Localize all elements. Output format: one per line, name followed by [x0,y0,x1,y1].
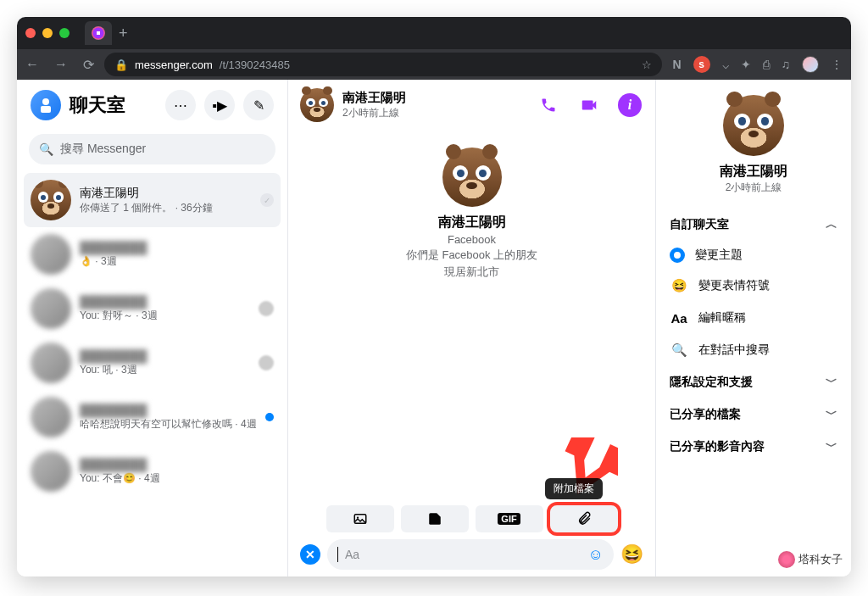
conversation-subtitle: 👌 · 3週 [80,254,274,269]
conversation-item[interactable]: ████████You: 吼 · 3週 [24,336,281,390]
like-button[interactable]: 😆 [620,543,643,565]
conversation-avatar [31,397,71,437]
emoji-picker-button[interactable]: ☺ [588,546,604,564]
window-controls [25,28,70,38]
conversation-name: ████████ [80,241,274,254]
message-input[interactable]: Aa ☺ [327,539,614,570]
conversation-avatar [31,288,71,329]
bookmark-icon[interactable]: ☆ [642,58,652,71]
conversation-subtitle: You: 不會😊 · 4週 [80,471,274,486]
info-button[interactable]: i [616,92,643,119]
ext-s-icon[interactable]: s [693,56,710,73]
conversation-avatar [31,180,71,220]
menu-icon[interactable]: ⋮ [831,58,843,71]
cast-icon[interactable]: ⎙ [763,58,770,71]
attach-gif-button[interactable]: GIF [476,505,543,532]
ellipsis-icon: ⋯ [174,97,187,114]
chat-profile-line-2: 現居新北市 [444,265,499,280]
svg-rect-1 [41,106,51,113]
conversation-subtitle: 你傳送了 1 個附件。 · 36分鐘 [80,201,252,215]
lock-icon: 🔒 [114,58,128,71]
search-input[interactable]: 🔍 搜尋 Messenger [29,134,275,164]
aa-icon: Aa [670,309,688,327]
section-media[interactable]: 已分享的影音內容 ﹀ [670,431,837,463]
chat-header-avatar[interactable] [300,88,334,122]
watermark-icon [778,551,795,568]
voice-call-button[interactable] [535,92,562,119]
search-placeholder: 搜尋 Messenger [60,142,146,157]
minimize-window[interactable] [42,28,53,38]
conversation-list: 南港王陽明你傳送了 1 個附件。 · 36分鐘✓████████👌 · 3週██… [17,173,287,577]
input-placeholder: Aa [345,548,359,561]
browser-tab[interactable] [85,21,112,45]
detail-name: 南港王陽明 [670,163,837,181]
chevron-down-icon: ﹀ [826,439,837,454]
chat-header-name: 南港王陽明 [342,90,526,106]
video-room-button[interactable]: ▪▶ [204,90,235,120]
profile-avatar[interactable] [802,56,819,73]
more-button[interactable]: ⋯ [165,90,196,120]
back-button[interactable]: ← [25,57,39,72]
conversation-name: ████████ [80,295,250,309]
search-conversation[interactable]: 🔍 在對話中搜尋 [670,334,837,366]
section-files[interactable]: 已分享的檔案 ﹀ [670,398,837,431]
url-input[interactable]: 🔒 messenger.com/t/1390243485 ☆ [104,53,662,76]
chevron-up-icon: ︿ [826,217,837,232]
conversation-item[interactable]: ████████哈哈想說明天有空可以幫忙修改嗎 · 4週 [24,390,281,444]
chevron-down-icon: ﹀ [826,407,837,422]
chevron-down-icon: ﹀ [826,375,837,390]
detail-avatar[interactable] [723,95,784,156]
conversation-subtitle: You: 對呀～ · 3週 [80,309,250,323]
watermark: 塔科女子 [778,551,843,568]
change-theme[interactable]: 變更主題 [670,241,837,270]
conversation-item[interactable]: ████████👌 · 3週 [24,227,281,281]
forward-button[interactable]: → [54,57,68,72]
conversation-name: 南港王陽明 [80,186,252,201]
chat-profile-line-0: Facebook [448,233,496,246]
conversation-item[interactable]: ████████You: 不會😊 · 4週 [24,444,281,499]
new-tab-button[interactable]: + [119,25,128,42]
section-privacy[interactable]: 隱私設定和支援 ﹀ [670,366,837,398]
conversation-avatar [31,234,71,275]
sidebar-title: 聊天室 [70,92,157,118]
search-icon: 🔍 [39,142,53,156]
sidebar: 聊天室 ⋯ ▪▶ ✎ 🔍 搜尋 Messenger 南港王陽明你傳送了 1 個附… [17,80,288,577]
change-emoji[interactable]: 😆 變更表情符號 [670,270,837,302]
ext-n-icon[interactable]: N [672,58,681,71]
maximize-window[interactable] [59,28,70,38]
my-avatar[interactable] [31,90,61,120]
attach-tooltip: 附加檔案 [545,478,603,499]
detail-panel: 南港王陽明 2小時前上線 自訂聊天室 ︿ 變更主題 😆 變更表情符號 Aa 編輯… [656,80,851,577]
extensions-icon[interactable]: ✦ [741,58,751,71]
section-customize[interactable]: 自訂聊天室 ︿ [670,209,837,241]
theme-icon [670,248,685,263]
address-bar: ← → ⟳ 🔒 messenger.com/t/1390243485 ☆ N s… [17,49,851,80]
chat-profile-name: 南港王陽明 [438,214,506,231]
video-call-button[interactable] [576,92,603,119]
chat-header-status: 2小時前上線 [342,106,526,120]
compose-button[interactable]: ✎ [243,90,274,120]
unread-dot [265,413,274,421]
edit-nickname[interactable]: Aa 編輯暱稱 [670,302,837,334]
browser-tab-bar: + [17,17,851,49]
sent-icon: ✓ [260,193,274,207]
attach-photo-button[interactable] [326,505,394,532]
pocket-icon[interactable]: ⌵ [722,58,729,71]
detail-status: 2小時前上線 [670,181,837,195]
conversation-item[interactable]: ████████You: 對呀～ · 3週 [24,281,281,336]
close-window[interactable] [25,28,36,38]
close-attachments-button[interactable]: ✕ [300,544,320,565]
url-host: messenger.com [135,58,213,71]
video-icon: ▪▶ [212,97,227,114]
attach-sticker-button[interactable] [401,505,469,532]
chat-profile-avatar [442,148,502,207]
reading-list-icon[interactable]: ♫ [782,58,791,71]
conversation-item[interactable]: 南港王陽明你傳送了 1 個附件。 · 36分鐘✓ [24,173,281,227]
search-icon: 🔍 [670,341,688,359]
reload-button[interactable]: ⟳ [83,57,94,73]
emoji-icon: 😆 [670,276,688,295]
messenger-favicon [92,26,105,40]
seen-avatar [259,355,274,370]
conversation-name: ████████ [80,404,257,417]
attach-file-button[interactable] [550,505,618,532]
